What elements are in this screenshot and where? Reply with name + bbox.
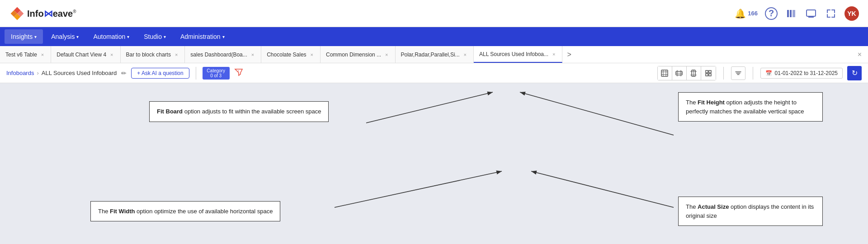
svg-rect-7 bbox=[807, 10, 816, 16]
toolbar-bar: Infoboards › ALL Sources Used Infoboard … bbox=[0, 63, 868, 83]
avatar[interactable]: YK bbox=[844, 6, 859, 21]
actual-size-text-pre: The bbox=[686, 203, 698, 210]
svg-rect-12 bbox=[661, 70, 668, 76]
tab-close-1[interactable]: × bbox=[109, 52, 114, 58]
nav-item-insights[interactable]: Insights ▾ bbox=[5, 29, 43, 44]
svg-line-16 bbox=[520, 92, 674, 135]
callout-fit-width: The Fit Width option optimize the use of… bbox=[90, 201, 280, 222]
nav-bar: Insights ▾ Analysis ▾ Automation ▾ Studi… bbox=[0, 27, 868, 46]
fit-width-bold: Fit Width bbox=[110, 208, 135, 215]
nav-item-automation[interactable]: Automation ▾ bbox=[87, 29, 136, 44]
administration-chevron: ▾ bbox=[222, 34, 225, 39]
calendar-icon: 📅 bbox=[765, 70, 772, 76]
tab-label: Polar,Radar,Parallel,Si... bbox=[401, 52, 460, 58]
tab-common-dimension[interactable]: Common Dimension ... × bbox=[321, 46, 395, 63]
library-icon[interactable] bbox=[785, 7, 797, 20]
actual-size-bold: Actual Size bbox=[698, 203, 729, 210]
insights-chevron: ▾ bbox=[34, 34, 37, 39]
breadcrumb-separator: › bbox=[37, 70, 38, 76]
page: Info⋈eave® 🔔 166 ? bbox=[0, 0, 868, 244]
tab-label: Common Dimension ... bbox=[326, 52, 381, 58]
tab-label: sales Dashboard(Boa... bbox=[190, 52, 247, 58]
fit-width-button[interactable] bbox=[672, 66, 687, 80]
fit-height-button[interactable] bbox=[687, 66, 701, 80]
date-range-button[interactable]: 📅 01-01-2022 to 31-12-2025 bbox=[760, 68, 843, 79]
nav-studio-label: Studio bbox=[144, 33, 162, 40]
tab-sales-dashboard[interactable]: sales Dashboard(Boa... × bbox=[185, 46, 261, 63]
tab-more-button[interactable]: > bbox=[562, 46, 576, 63]
tab-label: ALL Sources Used Infoboa... bbox=[479, 51, 548, 57]
tab-close-5[interactable]: × bbox=[384, 52, 389, 58]
svg-rect-4 bbox=[787, 10, 789, 17]
bell-wrapper[interactable]: 🔔 166 bbox=[735, 8, 758, 19]
divider-3 bbox=[753, 67, 753, 80]
ask-ai-label: + Ask AI a question bbox=[137, 70, 183, 76]
tab-close-4[interactable]: × bbox=[309, 52, 315, 58]
category-value: 0 of 3 bbox=[210, 73, 222, 78]
tab-chocolate-sales[interactable]: Chocolate Sales × bbox=[261, 46, 321, 63]
breadcrumb-home[interactable]: Infoboards bbox=[6, 70, 34, 76]
logo-icon bbox=[9, 5, 25, 22]
tab-close-7[interactable]: × bbox=[551, 51, 557, 57]
tab-close-0[interactable]: × bbox=[40, 52, 45, 58]
actual-size-button[interactable] bbox=[701, 66, 716, 80]
callout-actual-size: The Actual Size option displays the cont… bbox=[678, 197, 823, 226]
refresh-button[interactable]: ↻ bbox=[847, 66, 862, 80]
tab-default-chart-view[interactable]: Default Chart View 4 × bbox=[51, 46, 120, 63]
monitor-icon[interactable] bbox=[805, 7, 817, 20]
nav-item-studio[interactable]: Studio ▾ bbox=[137, 29, 172, 44]
tab-polar-radar[interactable]: Polar,Radar,Parallel,Si... × bbox=[396, 46, 474, 63]
svg-line-17 bbox=[335, 171, 502, 207]
ask-ai-button[interactable]: + Ask AI a question bbox=[131, 68, 189, 79]
tab-close-2[interactable]: × bbox=[174, 52, 179, 58]
tab-test-v6-table[interactable]: Test v6 Table × bbox=[0, 46, 51, 63]
divider-2 bbox=[723, 67, 724, 80]
svg-rect-5 bbox=[790, 10, 792, 17]
logo: Info⋈eave® bbox=[9, 5, 76, 22]
expand-icon[interactable] bbox=[825, 7, 837, 20]
filter-dropdown-button[interactable] bbox=[731, 66, 745, 80]
bell-count: 166 bbox=[748, 10, 758, 17]
filter-icon[interactable] bbox=[234, 67, 243, 79]
nav-administration-label: Administration bbox=[180, 33, 221, 40]
main-content: Fit Board option adjusts to fit within t… bbox=[0, 83, 868, 244]
fit-width-text-pre: The bbox=[98, 208, 110, 215]
date-range-value: 01-01-2022 to 31-12-2025 bbox=[775, 70, 838, 76]
tab-close-all[interactable]: × bbox=[851, 46, 868, 63]
tab-label: Bar to block charts bbox=[126, 52, 171, 58]
fit-board-text: option adjusts to fit within the availab… bbox=[183, 108, 321, 115]
refresh-icon: ↻ bbox=[852, 69, 858, 77]
breadcrumb-current: ALL Sources Used Infoboard bbox=[42, 70, 117, 76]
nav-item-administration[interactable]: Administration ▾ bbox=[174, 29, 231, 44]
tab-all-sources[interactable]: ALL Sources Used Infoboa... × bbox=[474, 46, 562, 63]
fit-height-text-pre: The bbox=[686, 99, 698, 106]
logo-text: Info⋈eave® bbox=[27, 8, 76, 19]
divider-1 bbox=[196, 67, 196, 80]
tab-label: Chocolate Sales bbox=[267, 52, 306, 58]
automation-chevron: ▾ bbox=[127, 34, 129, 39]
nav-analysis-label: Analysis bbox=[51, 33, 75, 40]
analysis-chevron: ▾ bbox=[76, 34, 79, 39]
help-button[interactable]: ? bbox=[765, 7, 778, 20]
fit-board-bold: Fit Board bbox=[157, 108, 183, 115]
fit-width-text: option optimize the use of available hor… bbox=[135, 208, 273, 215]
top-right-icons: 🔔 166 ? bbox=[735, 6, 859, 21]
svg-line-15 bbox=[366, 92, 493, 123]
svg-marker-10 bbox=[235, 69, 242, 75]
tab-bar-to-block-charts[interactable]: Bar to block charts × bbox=[121, 46, 185, 63]
category-label: Category bbox=[207, 68, 225, 73]
fit-height-bold: Fit Height bbox=[698, 99, 725, 106]
studio-chevron: ▾ bbox=[164, 34, 166, 39]
tab-label: Test v6 Table bbox=[5, 52, 37, 58]
fit-board-button[interactable] bbox=[658, 66, 672, 80]
nav-automation-label: Automation bbox=[93, 33, 125, 40]
svg-line-18 bbox=[531, 171, 674, 207]
nav-item-analysis[interactable]: Analysis ▾ bbox=[45, 29, 85, 44]
breadcrumb: Infoboards › ALL Sources Used Infoboard bbox=[6, 70, 117, 76]
view-btn-group bbox=[657, 66, 716, 80]
tab-close-6[interactable]: × bbox=[462, 52, 468, 58]
category-box[interactable]: Category 0 of 3 bbox=[203, 67, 230, 80]
svg-rect-6 bbox=[793, 10, 795, 17]
edit-icon[interactable]: ✏ bbox=[121, 70, 127, 77]
tab-close-3[interactable]: × bbox=[250, 52, 255, 58]
